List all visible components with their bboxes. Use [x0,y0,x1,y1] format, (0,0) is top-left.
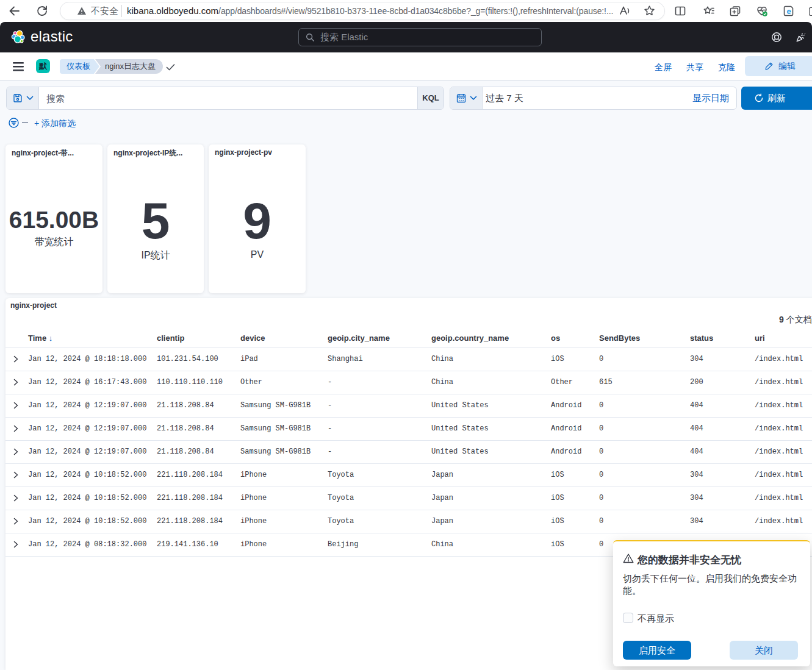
svg-text:e: e [786,7,791,16]
